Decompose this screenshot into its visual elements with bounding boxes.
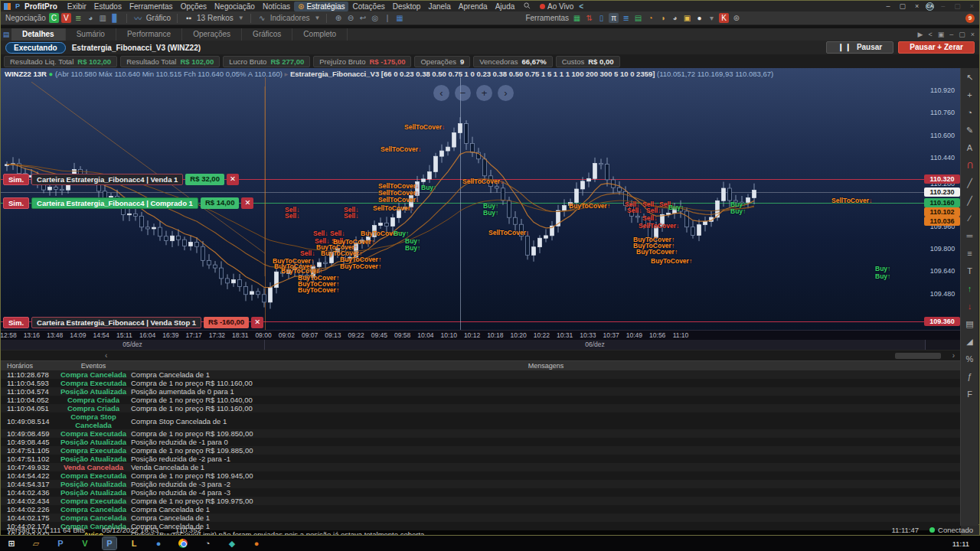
k-app-icon[interactable]: K xyxy=(719,13,729,23)
trendline-tool-icon[interactable]: ╱ xyxy=(964,177,976,189)
log-row[interactable]: 11:10:04.574Posição AtualizadaPosição au… xyxy=(1,387,961,396)
basket-icon[interactable]: ▣ xyxy=(682,13,692,23)
close-position-icon[interactable]: ✕ xyxy=(227,174,239,185)
sell-arrow-tool-icon[interactable]: ↓ xyxy=(964,300,976,312)
pause-zero-button[interactable]: Pausar + Zerar xyxy=(898,41,975,54)
transfer-icon[interactable]: ⇅ xyxy=(584,13,594,23)
crosshair-icon[interactable]: ◎ xyxy=(370,13,380,23)
log-row[interactable]: 11:10:04.052Compra CriadaCompra de 1 no … xyxy=(1,396,961,404)
app-l-icon[interactable]: L xyxy=(127,537,141,549)
log-row[interactable]: 10:47:51.105Compra ExecutadaCompra de 1 … xyxy=(1,446,961,455)
triangle-tool-icon[interactable]: ◢ xyxy=(964,335,976,347)
ray-tool-icon[interactable]: ╱ xyxy=(964,194,976,207)
price-chart[interactable]: WINZ22 13R ● (Abr 110.580 Máx 110.640 Mi… xyxy=(1,68,961,330)
restore-button[interactable]: ▢ xyxy=(897,2,908,10)
pie-chart-icon[interactable]: ◕ xyxy=(86,13,96,23)
scroll-left-icon[interactable]: ‹ xyxy=(105,351,107,360)
grid-tool-icon[interactable]: ▤ xyxy=(964,318,976,330)
menu-ferramentas[interactable]: Ferramentas xyxy=(126,2,177,11)
menu-aprenda[interactable]: Aprenda xyxy=(455,2,492,11)
sell-order-icon[interactable]: V xyxy=(61,13,71,23)
tab-operacoes[interactable]: Operações xyxy=(182,28,242,41)
positions-grid-icon[interactable]: ▦ xyxy=(572,13,582,23)
orange-app-icon[interactable]: ● xyxy=(250,537,263,549)
log-row[interactable]: 10:44:54.422Compra ExecutadaCompra de 1 … xyxy=(1,471,961,480)
log-row[interactable]: 10:44:02.436Posição AtualizadaPosição re… xyxy=(1,488,961,497)
tab-performance[interactable]: Performance xyxy=(116,28,182,41)
indicadores-selector[interactable]: Indicadores xyxy=(270,14,310,22)
tab-graficos[interactable]: Gráficos xyxy=(242,28,292,41)
menu-noticias[interactable]: Notícias xyxy=(259,2,294,11)
profitpro-taskbar-icon[interactable]: P xyxy=(103,537,116,549)
chevron-down-icon[interactable]: ▼ xyxy=(314,15,320,21)
draw-tool-icon[interactable]: ✎ xyxy=(964,124,976,136)
panel-icon[interactable]: ▯ xyxy=(596,13,606,23)
avatar[interactable]: CA xyxy=(926,2,934,11)
segment-tool-icon[interactable]: ∕ xyxy=(964,212,976,224)
layout-grid-icon[interactable]: ▦ xyxy=(394,13,404,23)
crosshair-tool-icon[interactable]: + xyxy=(964,89,976,101)
chat-icon[interactable]: ● xyxy=(694,13,704,23)
tab-completo[interactable]: Completo xyxy=(292,28,348,41)
close-position-icon[interactable]: ✕ xyxy=(241,197,253,209)
close-position-icon[interactable]: ✕ xyxy=(251,317,263,328)
order-book-icon[interactable]: ≣ xyxy=(74,13,83,23)
menu-negociacao[interactable]: Negociação xyxy=(211,2,259,11)
panel-minimize-icon[interactable]: – xyxy=(949,31,953,38)
outer-minimize-button[interactable]: – xyxy=(939,2,947,10)
menu-estudos[interactable]: Estudos xyxy=(90,2,126,11)
magnet-tool-icon[interactable]: U xyxy=(964,159,976,171)
fibonacci-tool-icon[interactable]: ƒ xyxy=(964,370,976,383)
table-tool-icon[interactable]: ▤ xyxy=(633,13,643,23)
log-row[interactable]: 10:44:02.226Compra CanceladaCompra Cance… xyxy=(1,505,961,514)
undo-zoom-icon[interactable]: ↩ xyxy=(358,13,368,23)
chart-window-icon[interactable]: 〰 xyxy=(133,13,143,23)
fibonacci-fan-tool-icon[interactable]: F xyxy=(964,388,976,400)
share-panel-icon[interactable]: < xyxy=(928,31,932,38)
menu-opcoes[interactable]: Opções xyxy=(177,2,211,11)
log-row[interactable]: 11:10:28.678Compra CanceladaCompra Cance… xyxy=(1,370,961,379)
more-caret-icon[interactable]: ▾ xyxy=(707,13,717,23)
notification-icon[interactable]: 9 xyxy=(965,14,975,23)
settings-gear-icon[interactable]: ⊛ xyxy=(731,13,741,23)
menu-ajuda[interactable]: Ajuda xyxy=(492,2,519,11)
nav-zoomin-button[interactable]: + xyxy=(476,85,492,101)
clock-app-icon[interactable]: ◔ xyxy=(201,537,214,549)
popout-icon[interactable]: ▣ xyxy=(938,31,945,38)
buy-order-icon[interactable]: C xyxy=(49,13,59,23)
chrome-icon[interactable] xyxy=(176,537,190,549)
live-indicator[interactable]: Ao Vivo xyxy=(536,2,577,11)
executing-badge[interactable]: Executando xyxy=(5,42,66,54)
panel-close-icon[interactable]: × xyxy=(971,31,975,38)
minimize-button[interactable]: – xyxy=(884,2,892,10)
app-p-icon[interactable]: P xyxy=(54,537,67,549)
desktop-grid-icon[interactable] xyxy=(4,3,11,10)
parallel-lines-tool-icon[interactable]: ≡ xyxy=(964,247,976,259)
text-tool-icon[interactable]: A xyxy=(964,142,976,154)
log-row[interactable]: 11:10:04.051Compra CriadaCompra de 1 no … xyxy=(1,404,961,412)
list-tool-icon[interactable]: ≣ xyxy=(621,13,631,23)
menu-desktop[interactable]: Desktop xyxy=(389,2,425,11)
panel-maximize-icon[interactable]: ▢ xyxy=(959,31,965,38)
time-marker-tool-icon[interactable]: T xyxy=(964,265,976,277)
pi-tool-icon[interactable]: π xyxy=(609,13,619,23)
log-row[interactable]: 10:47:49.932Venda CanceladaVenda Cancela… xyxy=(1,463,961,471)
log-row[interactable]: 11:10:04.593Compra ExecutadaCompra de 1 … xyxy=(1,379,961,387)
log-row[interactable]: 10:44:02.175Compra CanceladaCompra Cance… xyxy=(1,514,961,522)
alarm-icon[interactable]: ◔ xyxy=(645,13,655,23)
log-row[interactable]: 10:49:08.445Posição AtualizadaPosição re… xyxy=(1,438,961,446)
bar-chart-icon[interactable]: ▥ xyxy=(98,13,108,23)
video-icon[interactable]: ▶ xyxy=(918,31,923,38)
menu-cotacoes[interactable]: Cotações xyxy=(348,2,388,11)
scroll-right-icon[interactable]: › xyxy=(952,351,955,360)
zoom-in-icon[interactable]: ⊕ xyxy=(333,13,343,23)
percent-tool-icon[interactable]: % xyxy=(964,353,976,365)
tab-sumario[interactable]: Sumário xyxy=(66,28,116,41)
outer-restore-button[interactable]: ▢ xyxy=(952,2,963,10)
share-icon[interactable]: < xyxy=(579,2,583,11)
chart-scrollbar[interactable]: ‹ › xyxy=(1,350,961,360)
menu-estrategias[interactable]: ⊛Estratégias xyxy=(294,2,348,11)
close-button[interactable]: × xyxy=(913,2,921,10)
log-row[interactable]: 10:44:54.317Posição AtualizadaPosição re… xyxy=(1,480,961,488)
start-button[interactable]: ⊞ xyxy=(5,537,18,549)
